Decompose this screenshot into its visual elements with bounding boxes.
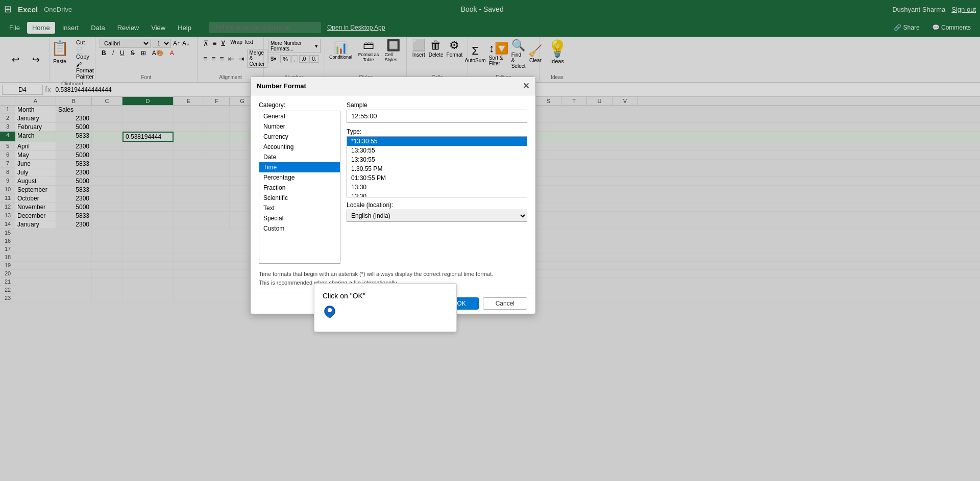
- locale-select[interactable]: English (India) English (US) English (UK…: [347, 210, 527, 222]
- category-scientific[interactable]: Scientific: [259, 193, 340, 203]
- category-number[interactable]: Number: [259, 121, 340, 132]
- format-options-panel: Sample 12:55:00 Type: *13:30:55 13:30:55…: [347, 102, 527, 264]
- type-item-4[interactable]: 01:30:55 PM: [347, 173, 527, 183]
- number-format-title-bar: Number Format ✕: [251, 77, 535, 95]
- sample-value: 12:55:00: [347, 110, 527, 123]
- type-item-3[interactable]: 1.30.55 PM: [347, 164, 527, 173]
- type-item-2[interactable]: 13:30:55: [347, 155, 527, 164]
- type-list[interactable]: *13:30:55 13:30:55 13:30:55 1.30.55 PM 0…: [347, 136, 527, 197]
- type-item-0[interactable]: *13:30:55: [347, 137, 527, 146]
- number-format-dialog: Number Format ✕ Category: General Number…: [250, 77, 536, 314]
- category-special[interactable]: Special: [259, 213, 340, 223]
- category-date[interactable]: Date: [259, 152, 340, 162]
- type-item-6[interactable]: 13:30: [347, 192, 527, 197]
- category-text[interactable]: Text: [259, 203, 340, 213]
- category-fraction[interactable]: Fraction: [259, 183, 340, 193]
- popup-text: Click on "OK": [323, 292, 448, 300]
- sample-label: Sample: [347, 102, 527, 109]
- type-item-5[interactable]: 13:30: [347, 183, 527, 192]
- category-general[interactable]: General: [259, 111, 340, 121]
- category-time[interactable]: Time: [259, 162, 340, 172]
- category-label: Category:: [259, 102, 340, 109]
- cancel-button[interactable]: Cancel: [483, 297, 527, 310]
- locale-label: Locale (location):: [347, 201, 527, 209]
- category-panel: Category: General Number Currency Accoun…: [259, 102, 340, 264]
- category-accounting[interactable]: Accounting: [259, 142, 340, 152]
- category-custom[interactable]: Custom: [259, 223, 340, 234]
- type-label: Type:: [347, 128, 527, 135]
- svg-point-2: [328, 309, 332, 312]
- dialog-close-button[interactable]: ✕: [523, 81, 529, 91]
- dialog-title: Number Format: [257, 82, 306, 90]
- popup-icon: [323, 304, 448, 323]
- click-ok-popup: Click on "OK": [314, 283, 457, 332]
- category-list[interactable]: General Number Currency Accounting Date …: [259, 111, 340, 264]
- type-item-1[interactable]: 13:30:55: [347, 146, 527, 155]
- category-percentage[interactable]: Percentage: [259, 172, 340, 183]
- category-currency[interactable]: Currency: [259, 132, 340, 142]
